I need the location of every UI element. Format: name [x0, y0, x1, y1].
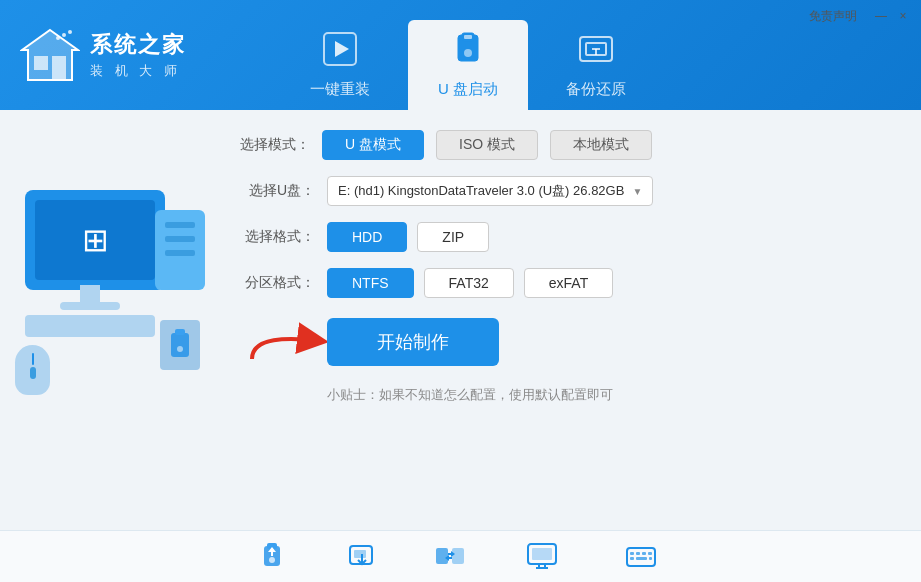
tab-udisk[interactable]: U 盘启动	[408, 20, 528, 110]
svg-marker-0	[22, 30, 78, 80]
svg-point-22	[269, 557, 275, 563]
convert-icon	[434, 540, 466, 579]
svg-rect-41	[636, 552, 640, 555]
mode-iso-button[interactable]: ISO 模式	[436, 130, 538, 160]
partition-fat32-button[interactable]: FAT32	[424, 268, 514, 298]
svg-rect-35	[532, 548, 552, 560]
svg-rect-45	[636, 557, 647, 560]
svg-rect-42	[642, 552, 646, 555]
toolbar-upgrade[interactable]: 升级U盘	[248, 540, 296, 582]
svg-rect-26	[354, 550, 366, 558]
toolbar-convert[interactable]: 格式转换	[424, 540, 476, 582]
toolbar-restore[interactable]: 还原U盘	[336, 540, 384, 582]
partition-label: 分区格式：	[240, 274, 315, 292]
upgrade-icon	[256, 540, 288, 579]
restore-icon	[344, 540, 376, 579]
svg-rect-40	[630, 552, 634, 555]
format-row: 选择格式： HDD ZIP	[240, 222, 891, 252]
backup-icon	[578, 31, 614, 74]
computer-illustration: ⊞	[15, 150, 205, 450]
logo-icon	[20, 28, 80, 83]
left-illustration: ⊞	[0, 110, 220, 490]
monitor-base	[60, 302, 120, 310]
svg-rect-1	[34, 56, 48, 70]
mode-local-button[interactable]: 本地模式	[550, 130, 652, 160]
svg-rect-16	[171, 333, 189, 357]
partition-row: 分区格式： NTFS FAT32 exFAT	[240, 268, 891, 298]
disclaimer-link[interactable]: 免责声明	[809, 8, 857, 25]
mouse-cord	[32, 353, 34, 365]
tower-slot-3	[165, 250, 195, 256]
keyboard	[25, 315, 155, 337]
tower-slot-2	[165, 236, 195, 242]
svg-point-4	[62, 33, 66, 37]
tab-reinstall-label: 一键重装	[310, 80, 370, 99]
svg-point-5	[68, 30, 72, 34]
svg-point-11	[464, 49, 472, 57]
svg-rect-2	[52, 56, 66, 80]
svg-point-18	[177, 346, 183, 352]
right-panel: 选择模式： U 盘模式 ISO 模式 本地模式 选择U盘： E: (hd1) K…	[220, 110, 921, 530]
shortcut-icon	[625, 540, 657, 579]
svg-rect-28	[436, 548, 448, 564]
tab-reinstall[interactable]: 一键重装	[280, 20, 400, 110]
udisk-select-label: 选择U盘：	[240, 182, 315, 200]
close-button[interactable]: ×	[893, 6, 913, 26]
svg-rect-46	[649, 557, 652, 560]
format-hdd-button[interactable]: HDD	[327, 222, 407, 252]
monitor: ⊞	[25, 190, 165, 290]
udisk-select-row: 选择U盘： E: (hd1) KingstonDataTraveler 3.0 …	[240, 176, 891, 206]
tower-slot-1	[165, 222, 195, 228]
svg-rect-29	[452, 548, 464, 564]
udisk-value: E: (hd1) KingstonDataTraveler 3.0 (U盘) 2…	[338, 182, 624, 200]
toolbar-simulate[interactable]: 模拟启动	[516, 540, 568, 582]
svg-rect-10	[464, 35, 472, 39]
udisk-dropdown[interactable]: E: (hd1) KingstonDataTraveler 3.0 (U盘) 2…	[327, 176, 653, 206]
usb-illustration	[160, 320, 200, 370]
partition-btn-group: NTFS FAT32 exFAT	[327, 268, 613, 298]
tab-backup[interactable]: 备份还原	[536, 20, 656, 110]
tip-row: 小贴士：如果不知道怎么配置，使用默认配置即可	[240, 386, 891, 404]
dropdown-arrow-icon: ▼	[632, 186, 642, 197]
format-btn-group: HDD ZIP	[327, 222, 489, 252]
logo-area: 系统之家 装 机 大 师	[0, 28, 220, 83]
partition-exfat-button[interactable]: exFAT	[524, 268, 613, 298]
mouse-scroll	[30, 367, 36, 379]
svg-rect-17	[175, 329, 185, 335]
red-arrow-icon	[247, 317, 327, 367]
tab-backup-label: 备份还原	[566, 80, 626, 99]
toolbar-shortcut[interactable]: 快捷键查询	[608, 540, 673, 582]
partition-ntfs-button[interactable]: NTFS	[327, 268, 414, 298]
udisk-nav-icon	[450, 31, 486, 74]
simulate-icon	[526, 540, 558, 579]
format-zip-button[interactable]: ZIP	[417, 222, 489, 252]
svg-point-3	[56, 36, 60, 40]
logo-text: 系统之家 装 机 大 师	[90, 30, 186, 80]
format-label: 选择格式：	[240, 228, 315, 246]
logo-title: 系统之家	[90, 30, 186, 60]
bottom-toolbar: 升级U盘 还原U盘 格式转换	[0, 530, 921, 582]
start-button[interactable]: 开始制作	[327, 318, 499, 366]
monitor-screen: ⊞	[35, 200, 155, 280]
mouse	[15, 345, 50, 395]
logo-subtitle: 装 机 大 师	[90, 62, 186, 80]
mode-label: 选择模式：	[240, 136, 310, 154]
mode-row: 选择模式： U 盘模式 ISO 模式 本地模式	[240, 130, 891, 160]
svg-marker-7	[335, 41, 349, 57]
tip-text: 小贴士：如果不知道怎么配置，使用默认配置即可	[327, 387, 613, 402]
start-button-row: 开始制作	[240, 318, 891, 366]
minimize-button[interactable]: —	[871, 6, 891, 26]
header: 系统之家 装 机 大 师 一键重装	[0, 0, 921, 110]
svg-rect-43	[648, 552, 652, 555]
windows-logo: ⊞	[82, 221, 109, 259]
reinstall-icon	[322, 31, 358, 74]
svg-rect-44	[630, 557, 634, 560]
tab-udisk-label: U 盘启动	[438, 80, 498, 99]
mode-udisk-button[interactable]: U 盘模式	[322, 130, 424, 160]
main-content: ⊞	[0, 110, 921, 530]
title-bar: 免责声明 — ×	[801, 0, 921, 32]
tower	[155, 210, 205, 290]
